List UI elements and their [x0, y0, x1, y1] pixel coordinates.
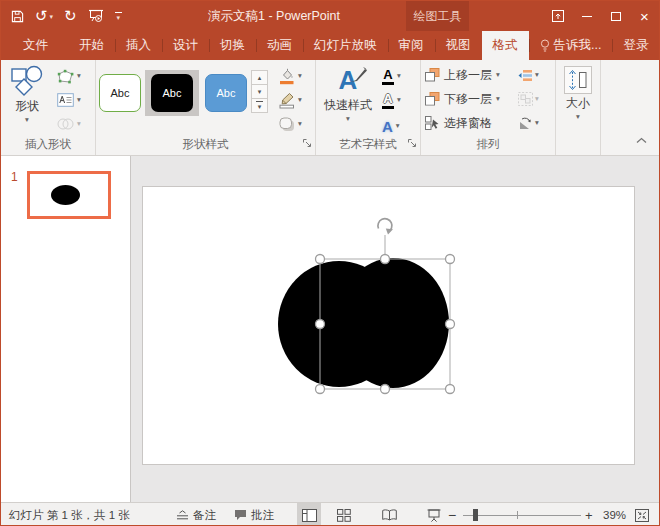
selection-pane-label: 选择窗格 [444, 115, 492, 132]
size-button[interactable]: 大小 ▾ [561, 66, 595, 121]
maximize-button[interactable] [601, 1, 630, 31]
gallery-up-button[interactable]: ▴ [251, 70, 268, 85]
selection-handle-sw[interactable] [316, 385, 325, 394]
slideshow-view-button[interactable] [422, 503, 446, 526]
send-backward-icon [425, 92, 440, 106]
shape-style-chip-blue[interactable]: Abc [205, 74, 247, 112]
text-box-button[interactable]: ▾ [57, 90, 81, 110]
normal-view-icon [302, 509, 317, 522]
tab-review[interactable]: 审阅 [388, 31, 435, 60]
text-fill-button[interactable]: A ▾ [382, 66, 401, 86]
zoom-slider-thumb[interactable] [473, 509, 478, 521]
align-caret: ▾ [535, 71, 539, 79]
customize-qat-button[interactable]: ▾ [115, 12, 122, 21]
shape-effects-button[interactable]: ▾ [279, 114, 302, 134]
shape-outline-button[interactable]: ▾ [279, 90, 302, 110]
undo-button[interactable]: ↺ ▾ [35, 9, 53, 24]
normal-view-button[interactable] [297, 503, 321, 526]
align-icon [518, 69, 533, 82]
edit-shape-button[interactable]: ▾ [57, 66, 81, 86]
shape-fill-button[interactable]: ▾ [279, 66, 302, 86]
selection-pane-icon [425, 116, 440, 130]
rotation-handle[interactable] [378, 219, 393, 235]
reading-view-button[interactable] [377, 503, 401, 526]
send-backward-button[interactable]: 下移一层 ▾ [425, 88, 500, 110]
merge-shapes-button[interactable]: ▾ [57, 114, 81, 134]
send-backward-caret: ▾ [496, 95, 500, 103]
tab-animations[interactable]: 动画 [256, 31, 303, 60]
reading-view-icon [382, 509, 397, 521]
text-effects-button[interactable]: A ▾ [382, 116, 400, 136]
undo-icon: ↺ [35, 9, 48, 24]
group-objects-button[interactable]: ▾ [518, 88, 539, 110]
selection-handle-w[interactable] [316, 320, 325, 329]
collapse-ribbon-button[interactable] [636, 133, 647, 147]
zoom-slider-track[interactable] [463, 515, 581, 516]
selection-handle-se[interactable] [446, 385, 455, 394]
rotate-button[interactable]: ▾ [518, 112, 539, 134]
text-outline-bar [382, 106, 394, 109]
tab-design[interactable]: 设计 [162, 31, 209, 60]
tab-home[interactable]: 开始 [68, 31, 115, 60]
selection-pane-button[interactable]: 选择窗格 [425, 112, 492, 134]
tab-tell-me[interactable]: 告诉我... [529, 31, 613, 60]
selection-handle-nw[interactable] [316, 255, 325, 264]
tab-format[interactable]: 格式 [482, 31, 529, 60]
size-button-label: 大小 [566, 95, 590, 112]
tab-view[interactable]: 视图 [435, 31, 482, 60]
slideshow-view-icon [427, 509, 441, 522]
selection-handle-n[interactable] [381, 255, 390, 264]
zoom-in-button[interactable]: + [585, 503, 593, 526]
send-backward-label: 下移一层 [444, 91, 492, 108]
ribbon-display-options-button[interactable] [543, 1, 572, 31]
zoom-slider-center-tick [517, 511, 518, 519]
selection-handle-s[interactable] [381, 385, 390, 394]
close-button[interactable]: × [630, 1, 659, 31]
redo-button[interactable]: ↻ [64, 9, 77, 24]
align-button[interactable]: ▾ [518, 64, 539, 86]
gallery-down-button[interactable]: ▾ [251, 84, 268, 99]
gallery-up-icon: ▴ [258, 74, 262, 81]
group-objects-caret: ▾ [535, 95, 539, 103]
zoom-level[interactable]: 39% [603, 503, 626, 526]
text-outline-caret: ▾ [397, 96, 401, 104]
insert-shapes-group-label: 插入形状 [1, 137, 95, 152]
slide-thumbnail[interactable] [27, 171, 111, 219]
slide-canvas[interactable] [131, 156, 660, 502]
shape-styles-group-label: 形状样式 [96, 137, 315, 152]
text-outline-letter: A [383, 92, 392, 105]
comments-button[interactable]: 批注 [234, 503, 274, 526]
selection-handle-e[interactable] [446, 320, 455, 329]
group-shape-styles: Abc Abc Abc ▴ ▾ ▾ ▾ ▾ ▾ [96, 60, 316, 155]
tab-transitions[interactable]: 切换 [209, 31, 256, 60]
shape-style-chip-green[interactable]: Abc [99, 74, 141, 112]
zoom-out-button[interactable]: − [448, 503, 456, 526]
start-slideshow-button[interactable] [88, 9, 104, 23]
notes-label: 备注 [193, 508, 216, 523]
undo-dropdown-caret[interactable]: ▾ [50, 13, 54, 20]
selection-handle-ne[interactable] [446, 255, 455, 264]
minimize-button[interactable] [572, 1, 601, 31]
fit-to-window-button[interactable] [635, 503, 649, 526]
text-outline-button[interactable]: A ▾ [382, 90, 401, 110]
gallery-more-icon [256, 101, 263, 102]
slide-sorter-view-button[interactable] [332, 503, 356, 526]
comments-label: 批注 [251, 508, 274, 523]
tab-file[interactable]: 文件 [9, 31, 62, 60]
text-effects-icon: A [382, 119, 393, 134]
powerpoint-window: ↺ ▾ ↻ ▾ 演示文稿1 - PowerPoint 绘图工具 [0, 0, 660, 526]
shape-black-blob[interactable] [278, 258, 449, 388]
quick-styles-button[interactable]: A 快速样式 ▾ [320, 64, 376, 123]
bring-forward-button[interactable]: 上移一层 ▾ [425, 64, 500, 86]
tab-insert[interactable]: 插入 [115, 31, 162, 60]
gallery-more-button[interactable]: ▾ [251, 98, 268, 113]
tab-slideshow[interactable]: 幻灯片放映 [303, 31, 388, 60]
group-size: 大小 ▾ [556, 60, 601, 155]
notes-button[interactable]: 备注 [176, 503, 216, 526]
size-caret: ▾ [576, 113, 580, 121]
save-button[interactable] [11, 10, 24, 23]
shape-style-chip-black-selected[interactable]: Abc [151, 74, 193, 112]
shapes-button[interactable]: 形状 ▾ [5, 65, 49, 124]
tab-sign-in[interactable]: 登录 [612, 31, 659, 60]
group-objects-icon [518, 92, 533, 106]
